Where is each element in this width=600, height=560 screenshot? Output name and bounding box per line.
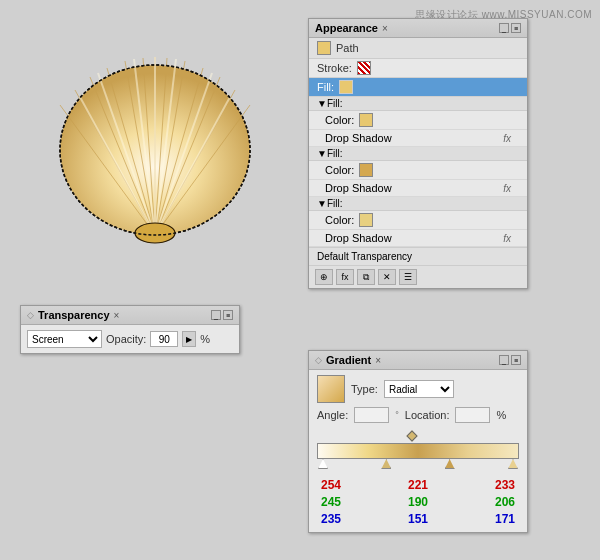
- gradient-preview-swatch: [317, 375, 345, 403]
- opacity-stepper[interactable]: ▶: [182, 331, 196, 347]
- gradient-bottom-stops: [317, 459, 519, 469]
- gradient-angle-label: Angle:: [317, 409, 348, 421]
- transparency-win-controls: _ ≡: [211, 310, 233, 320]
- fill-color-label-3: Color:: [325, 214, 354, 226]
- svg-point-21: [135, 223, 175, 243]
- color-col-right2: 233 206 171: [495, 477, 515, 527]
- opacity-input[interactable]: [150, 331, 178, 347]
- appearance-delete-icon[interactable]: ✕: [378, 269, 396, 285]
- fill-section-2: ▼Fill:: [309, 147, 527, 161]
- transparency-body: Screen Opacity: ▶ %: [21, 325, 239, 353]
- gradient-stop-right[interactable]: [508, 459, 518, 469]
- appearance-fx-icon[interactable]: fx: [336, 269, 354, 285]
- appearance-minimize-btn[interactable]: _: [499, 23, 509, 33]
- gradient-panel-header: ◇ Gradient × _ ≡: [309, 351, 527, 370]
- path-color-swatch[interactable]: [317, 41, 331, 55]
- gradient-body: Type: Radial Linear Angle: ° Location: %: [309, 370, 527, 532]
- blend-mode-select[interactable]: Screen: [27, 330, 102, 348]
- gradient-menu-btn[interactable]: ≡: [511, 355, 521, 365]
- gradient-win-controls: _ ≡: [499, 355, 521, 365]
- fill-color-row-2: Color:: [309, 161, 527, 180]
- gradient-location-input[interactable]: [455, 407, 490, 423]
- fx-icon-2: fx: [503, 183, 511, 194]
- appearance-add-icon[interactable]: ⊕: [315, 269, 333, 285]
- shell-canvas: [20, 20, 290, 290]
- fill-color-label-2: Color:: [325, 164, 354, 176]
- appearance-duplicate-icon[interactable]: ⧉: [357, 269, 375, 285]
- appearance-close-icon[interactable]: ×: [382, 23, 388, 34]
- gradient-type-row: Type: Radial Linear: [317, 375, 519, 403]
- color-left-red: 254: [321, 477, 341, 494]
- gradient-top-stops: [317, 429, 519, 443]
- fill-color-swatch-2[interactable]: [359, 163, 373, 177]
- opacity-label: Opacity:: [106, 333, 146, 345]
- appearance-bottom-bar: ⊕ fx ⧉ ✕ ☰: [309, 265, 527, 288]
- gradient-stop-mid1[interactable]: [381, 459, 391, 469]
- gradient-location-label: Location:: [405, 409, 450, 421]
- color-right1-red: 221: [408, 477, 428, 494]
- transparency-menu-btn[interactable]: ≡: [223, 310, 233, 320]
- appearance-action-icons: ⊕ fx ⧉ ✕ ☰: [315, 269, 417, 285]
- fill-color-swatch-1[interactable]: [359, 113, 373, 127]
- appearance-menu-btn[interactable]: ≡: [511, 23, 521, 33]
- fill-color-row-3: Color:: [309, 211, 527, 230]
- appearance-fill-row[interactable]: Fill:: [309, 78, 527, 97]
- appearance-panel-title-area: Appearance ×: [315, 22, 388, 34]
- gradient-stop-left[interactable]: [318, 459, 328, 469]
- gradient-diamond-icon: ◇: [315, 355, 322, 365]
- fill-label: Fill:: [317, 81, 334, 93]
- fill-effect-row-2: Drop Shadow fx: [309, 180, 527, 197]
- gradient-pct-label: %: [496, 409, 506, 421]
- appearance-body: Path Stroke: Fill: ▼Fill: Color: Drop Sh…: [309, 38, 527, 288]
- fill-section-1-label: ▼Fill:: [317, 98, 342, 109]
- color-right1-blue: 151: [408, 511, 428, 528]
- transparency-diamond-icon: ◇: [27, 310, 34, 320]
- transparency-panel: ◇ Transparency × _ ≡ Screen Opacity: ▶ %: [20, 305, 240, 354]
- default-transparency-row: Default Transparency: [309, 247, 527, 265]
- gradient-stop-mid2[interactable]: [445, 459, 455, 469]
- fill-color-label-1: Color:: [325, 114, 354, 126]
- appearance-panel: Appearance × _ ≡ Path Stroke: Fill: ▼Fil…: [308, 18, 528, 289]
- fill-section-2-label: ▼Fill:: [317, 148, 342, 159]
- gradient-mid-stop[interactable]: [406, 430, 417, 441]
- appearance-win-controls: _ ≡: [499, 23, 521, 33]
- shell-image: [35, 35, 275, 275]
- percent-label: %: [200, 333, 210, 345]
- drop-shadow-label-1: Drop Shadow: [325, 132, 392, 144]
- color-right1-green: 190: [408, 494, 428, 511]
- color-left-green: 245: [321, 494, 341, 511]
- gradient-bar[interactable]: [317, 443, 519, 459]
- gradient-color-values: 254 245 235 221 190 151 233 206 171: [317, 477, 519, 527]
- transparency-panel-header: ◇ Transparency × _ ≡: [21, 306, 239, 325]
- transparency-close-icon[interactable]: ×: [114, 310, 120, 321]
- drop-shadow-label-2: Drop Shadow: [325, 182, 392, 194]
- fill-color-left-1: Color:: [325, 113, 373, 127]
- gradient-minimize-btn[interactable]: _: [499, 355, 509, 365]
- transparency-panel-title: Transparency: [38, 309, 110, 321]
- appearance-path-row: Path: [309, 38, 527, 59]
- fill-color-swatch-3[interactable]: [359, 213, 373, 227]
- fill-section-1: ▼Fill:: [309, 97, 527, 111]
- gradient-angle-row: Angle: ° Location: %: [317, 407, 519, 423]
- fill-color-left-2: Color:: [325, 163, 373, 177]
- appearance-menu-icon2[interactable]: ☰: [399, 269, 417, 285]
- fill-color-left-3: Color:: [325, 213, 373, 227]
- transparency-panel-title-area: ◇ Transparency ×: [27, 309, 119, 321]
- color-col-right1: 221 190 151: [408, 477, 428, 527]
- gradient-panel-title-area: ◇ Gradient ×: [315, 354, 381, 366]
- gradient-angle-input[interactable]: [354, 407, 389, 423]
- appearance-stroke-row[interactable]: Stroke:: [309, 59, 527, 78]
- fill-effect-row-1: Drop Shadow fx: [309, 130, 527, 147]
- gradient-panel-title: Gradient: [326, 354, 371, 366]
- color-left-blue: 235: [321, 511, 341, 528]
- degree-symbol: °: [395, 410, 399, 420]
- fill-color-row-1: Color:: [309, 111, 527, 130]
- color-right2-blue: 171: [495, 511, 515, 528]
- default-transparency-label: Default Transparency: [317, 251, 412, 262]
- gradient-close-icon[interactable]: ×: [375, 355, 381, 366]
- transparency-minimize-btn[interactable]: _: [211, 310, 221, 320]
- appearance-path-label: Path: [336, 42, 359, 54]
- stroke-swatch: [357, 61, 371, 75]
- fx-icon-1: fx: [503, 133, 511, 144]
- gradient-type-select[interactable]: Radial Linear: [384, 380, 454, 398]
